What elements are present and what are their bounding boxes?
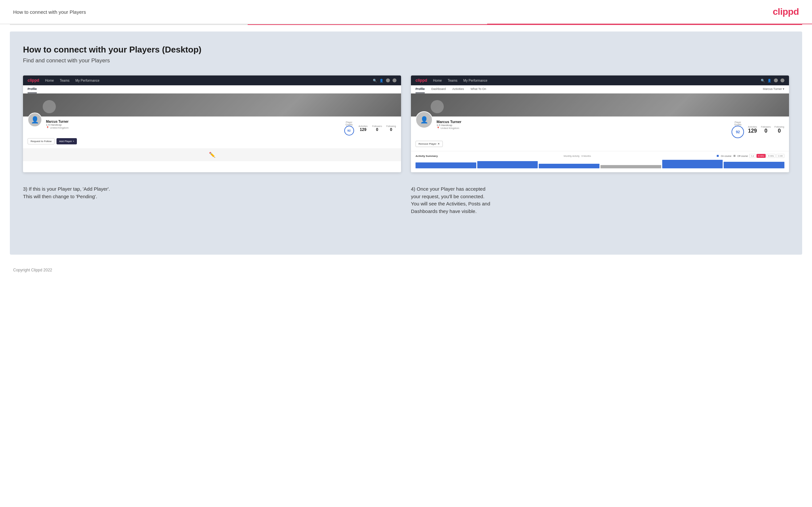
user-icon-left[interactable]: 👤 — [379, 79, 383, 82]
player-handicap-left: 1-5 Handicap — [46, 123, 340, 126]
tab-user-name-right[interactable]: Marcus Turner ▾ — [763, 85, 784, 93]
avatar-icon-left: 👤 — [31, 116, 39, 124]
chart-bar-3 — [539, 164, 600, 168]
nav-right-left: 🔍 👤 — [373, 78, 397, 82]
app-logo-right: clippd — [415, 78, 427, 83]
profile-buttons-left: Request to Follow Add Player + — [28, 138, 397, 145]
nav-home-right[interactable]: Home — [433, 79, 442, 82]
app-navbar-left: clippd Home Teams My Performance 🔍 👤 — [23, 75, 401, 85]
search-icon-right[interactable]: 🔍 — [761, 79, 765, 82]
off-course-label: Off course — [738, 155, 748, 157]
profile-top-row-left: 👤 Marcus Turner 1-5 Handicap 📍 United Ki… — [28, 120, 397, 135]
profile-banner-right — [411, 94, 789, 116]
profile-buttons-right: Remove Player ✕ — [415, 141, 784, 147]
chart-bar-5 — [662, 160, 723, 168]
profile-info-left: 👤 Marcus Turner 1-5 Handicap 📍 United Ki… — [23, 116, 401, 148]
page-subheading: Find and connect with your Players — [23, 57, 789, 64]
add-player-button[interactable]: Add Player + — [56, 138, 77, 145]
caption-right-text: 4) Once your Player has acceptedyour req… — [411, 185, 789, 215]
tab-profile-left[interactable]: Profile — [28, 85, 37, 93]
remove-player-button[interactable]: Remove Player ✕ — [415, 141, 443, 147]
time-1mth[interactable]: 1 mth — [776, 154, 784, 158]
tab-what-to-on-right[interactable]: What To On — [471, 85, 486, 93]
screenshot-right: clippd Home Teams My Performance 🔍 👤 Pro… — [411, 75, 789, 172]
time-6mths[interactable]: 6 mths — [757, 154, 766, 158]
avatar-right: 👤 — [415, 111, 433, 128]
player-handicap-right: 1-5 Handicap — [437, 124, 727, 127]
stat-activities-left: Activities 129 — [358, 125, 368, 132]
profile-top-row-right: 👤 Marcus Turner 1-5 Handicap 📍 United Ki… — [415, 120, 784, 138]
player-location-left: 📍 United Kingdom — [46, 126, 340, 129]
clippd-logo: clippd — [773, 7, 799, 17]
app-tabs-right: Profile Dashboard Activities What To On … — [411, 85, 789, 94]
tab-profile-right[interactable]: Profile — [415, 85, 425, 93]
settings-icon-left[interactable] — [386, 78, 390, 82]
stat-activities-right: Activities 129 — [747, 126, 757, 134]
nav-myperformance-left[interactable]: My Performance — [75, 79, 99, 82]
on-course-label: On course — [721, 155, 731, 157]
nav-teams-left[interactable]: Teams — [60, 79, 69, 82]
request-follow-button[interactable]: Request to Follow — [28, 138, 55, 145]
tab-dashboard-right[interactable]: Dashboard — [431, 85, 446, 93]
profile-banner-left — [23, 94, 401, 116]
profile-icon-right[interactable] — [780, 78, 784, 82]
quality-circle-right: 92 — [731, 126, 744, 138]
page-breadcrumb: How to connect with your Players — [13, 9, 86, 15]
activity-controls-right: On course Off course 1 yr 6 mths 3 mths … — [717, 154, 784, 158]
player-location-right: 📍 United Kingdom — [437, 127, 727, 130]
nav-myperformance-right[interactable]: My Performance — [463, 79, 487, 82]
chart-bar-1 — [415, 162, 476, 168]
avatar-left: 👤 — [28, 113, 42, 127]
nav-teams-right[interactable]: Teams — [448, 79, 457, 82]
location-icon-left: 📍 — [46, 126, 49, 129]
player-name-left: Marcus Turner — [46, 120, 340, 123]
caption-left: 3) If this is your Player tap, 'Add Play… — [23, 185, 401, 215]
search-icon-left[interactable]: 🔍 — [373, 79, 377, 82]
stat-player-quality-left: Player Quality 92 — [344, 121, 354, 135]
profile-info-right: 👤 Marcus Turner 1-5 Handicap 📍 United Ki… — [411, 116, 789, 151]
off-course-dot — [733, 155, 735, 157]
stat-followers-left: Followers 0 — [372, 125, 383, 132]
screenshot-left: clippd Home Teams My Performance 🔍 👤 Pro… — [23, 75, 401, 172]
stat-following-right: Following 0 — [774, 126, 784, 134]
activity-header-right: Activity Summary Monthly Activity · 6 Mo… — [415, 154, 784, 158]
copyright-text: Copyright Clippd 2022 — [13, 268, 52, 272]
captions-row: 3) If this is your Player tap, 'Add Play… — [23, 182, 789, 215]
chart-bar-4 — [601, 165, 661, 168]
caption-left-text: 3) If this is your Player tap, 'Add Play… — [23, 185, 401, 200]
screenshots-row: clippd Home Teams My Performance 🔍 👤 Pro… — [23, 75, 789, 172]
activity-title-right: Activity Summary — [415, 155, 438, 158]
stat-player-quality-right: Player Quality 92 — [731, 121, 744, 138]
footer: Copyright Clippd 2022 — [0, 261, 812, 279]
profile-details-right: Marcus Turner 1-5 Handicap 📍 United King… — [437, 120, 727, 130]
settings-icon-right[interactable] — [774, 78, 778, 82]
user-icon-right[interactable]: 👤 — [767, 79, 771, 82]
main-content: How to connect with your Players (Deskto… — [10, 32, 802, 255]
header-divider — [10, 24, 802, 25]
close-icon-remove: ✕ — [438, 143, 440, 146]
location-icon-right: 📍 — [437, 127, 440, 130]
tab-activities-right[interactable]: Activities — [452, 85, 464, 93]
chart-area-right — [415, 160, 784, 170]
chart-bar-2 — [477, 161, 538, 168]
app-tabs-left: Profile — [23, 85, 401, 94]
top-bar: How to connect with your Players clippd — [0, 0, 812, 24]
activity-legend-right: On course Off course — [717, 155, 748, 157]
time-1yr[interactable]: 1 yr — [749, 154, 756, 158]
avatar-icon-right: 👤 — [420, 116, 428, 124]
caption-right: 4) Once your Player has acceptedyour req… — [411, 185, 789, 215]
watermark-icon-left: ✏️ — [209, 152, 215, 158]
nav-home-left[interactable]: Home — [45, 79, 54, 82]
time-3mths[interactable]: 3 mths — [766, 154, 775, 158]
stats-row-left: Player Quality 92 Activities 129 Followe… — [344, 121, 397, 135]
stat-following-left: Following 0 — [386, 125, 397, 132]
nav-right-right: 🔍 👤 — [761, 78, 784, 82]
activity-period-right: Monthly Activity · 6 Months — [564, 155, 591, 157]
profile-details-left: Marcus Turner 1-5 Handicap 📍 United King… — [46, 120, 340, 129]
app-logo-left: clippd — [28, 78, 39, 83]
page-heading: How to connect with your Players (Deskto… — [23, 45, 789, 55]
player-name-right: Marcus Turner — [437, 120, 727, 124]
profile-icon-left[interactable] — [393, 78, 397, 82]
stat-followers-right: Followers 0 — [761, 126, 771, 134]
app-navbar-right: clippd Home Teams My Performance 🔍 👤 — [411, 75, 789, 85]
